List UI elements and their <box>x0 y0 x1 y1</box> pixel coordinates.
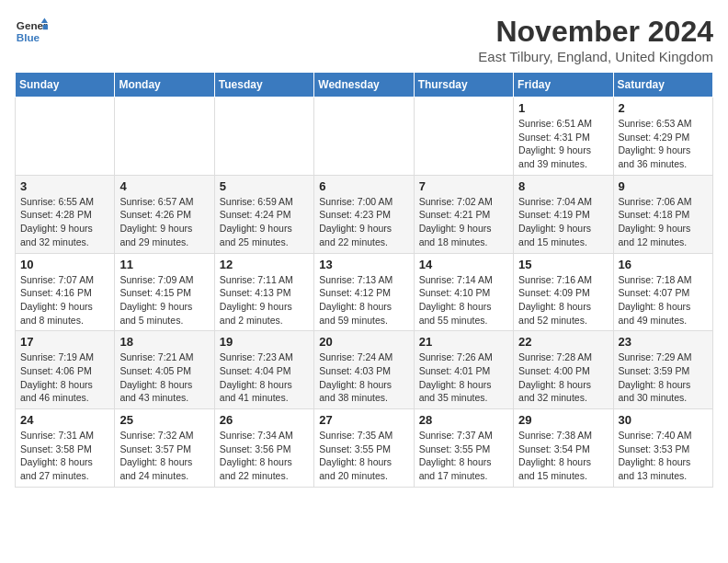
day-number: 21 <box>419 335 508 349</box>
day-number: 3 <box>20 179 109 193</box>
calendar-week-row: 1Sunrise: 6:51 AM Sunset: 4:31 PM Daylig… <box>16 98 713 176</box>
day-number: 18 <box>119 335 209 349</box>
day-detail: Sunrise: 7:21 AM Sunset: 4:05 PM Dayligh… <box>119 350 209 405</box>
day-detail: Sunrise: 6:57 AM Sunset: 4:26 PM Dayligh… <box>119 195 209 249</box>
calendar-cell: 23Sunrise: 7:29 AM Sunset: 3:59 PM Dayli… <box>613 331 712 409</box>
day-number: 9 <box>619 179 708 193</box>
title-area: November 2024 East Tilbury, England, Uni… <box>478 15 713 64</box>
day-number: 20 <box>319 335 408 349</box>
day-number: 29 <box>518 413 608 427</box>
day-detail: Sunrise: 7:32 AM Sunset: 3:57 PM Dayligh… <box>119 429 209 483</box>
calendar-cell: 25Sunrise: 7:32 AM Sunset: 3:57 PM Dayli… <box>115 409 214 488</box>
day-number: 13 <box>319 258 408 271</box>
day-number: 6 <box>319 179 408 193</box>
calendar-cell: 6Sunrise: 7:00 AM Sunset: 4:23 PM Daylig… <box>314 175 414 253</box>
page-header: General Blue November 2024 East Tilbury,… <box>15 15 713 64</box>
day-number: 12 <box>220 258 309 271</box>
calendar-cell: 16Sunrise: 7:18 AM Sunset: 4:07 PM Dayli… <box>613 253 712 331</box>
calendar-cell: 30Sunrise: 7:40 AM Sunset: 3:53 PM Dayli… <box>613 409 712 488</box>
day-number: 17 <box>20 335 109 349</box>
day-detail: Sunrise: 7:23 AM Sunset: 4:04 PM Dayligh… <box>220 350 309 405</box>
calendar-cell: 19Sunrise: 7:23 AM Sunset: 4:04 PM Dayli… <box>214 331 313 409</box>
calendar-cell: 4Sunrise: 6:57 AM Sunset: 4:26 PM Daylig… <box>115 175 214 253</box>
calendar-cell: 26Sunrise: 7:34 AM Sunset: 3:56 PM Dayli… <box>214 409 313 488</box>
svg-text:Blue: Blue <box>17 31 40 43</box>
day-number: 28 <box>419 413 508 427</box>
calendar-cell: 3Sunrise: 6:55 AM Sunset: 4:28 PM Daylig… <box>16 175 115 253</box>
column-header-wednesday: Wednesday <box>314 73 414 98</box>
calendar-cell <box>16 98 115 176</box>
day-number: 26 <box>220 413 309 427</box>
calendar-cell: 27Sunrise: 7:35 AM Sunset: 3:55 PM Dayli… <box>314 409 414 488</box>
column-header-friday: Friday <box>514 73 613 98</box>
day-detail: Sunrise: 7:34 AM Sunset: 3:56 PM Dayligh… <box>220 429 309 483</box>
column-header-sunday: Sunday <box>16 73 115 98</box>
day-detail: Sunrise: 7:18 AM Sunset: 4:07 PM Dayligh… <box>619 273 708 327</box>
day-number: 14 <box>419 258 508 271</box>
day-number: 4 <box>119 179 209 193</box>
calendar-cell: 9Sunrise: 7:06 AM Sunset: 4:18 PM Daylig… <box>613 175 712 253</box>
calendar-cell: 24Sunrise: 7:31 AM Sunset: 3:58 PM Dayli… <box>16 409 115 488</box>
day-detail: Sunrise: 7:13 AM Sunset: 4:12 PM Dayligh… <box>319 273 408 327</box>
day-number: 5 <box>220 179 309 193</box>
calendar-cell: 17Sunrise: 7:19 AM Sunset: 4:06 PM Dayli… <box>16 331 115 409</box>
day-detail: Sunrise: 6:53 AM Sunset: 4:29 PM Dayligh… <box>619 117 708 171</box>
day-number: 27 <box>319 413 408 427</box>
day-detail: Sunrise: 6:59 AM Sunset: 4:24 PM Dayligh… <box>220 195 309 249</box>
day-number: 7 <box>419 179 508 193</box>
day-detail: Sunrise: 7:14 AM Sunset: 4:10 PM Dayligh… <box>419 273 508 327</box>
day-detail: Sunrise: 7:11 AM Sunset: 4:13 PM Dayligh… <box>220 273 309 327</box>
day-detail: Sunrise: 7:35 AM Sunset: 3:55 PM Dayligh… <box>319 429 408 483</box>
day-number: 8 <box>518 179 608 193</box>
calendar-cell: 8Sunrise: 7:04 AM Sunset: 4:19 PM Daylig… <box>514 175 613 253</box>
day-number: 30 <box>619 413 708 427</box>
day-number: 22 <box>518 335 608 349</box>
day-number: 24 <box>20 413 109 427</box>
calendar-cell: 28Sunrise: 7:37 AM Sunset: 3:55 PM Dayli… <box>414 409 513 488</box>
day-detail: Sunrise: 7:31 AM Sunset: 3:58 PM Dayligh… <box>20 429 109 483</box>
calendar-cell: 22Sunrise: 7:28 AM Sunset: 4:00 PM Dayli… <box>514 331 613 409</box>
day-detail: Sunrise: 7:07 AM Sunset: 4:16 PM Dayligh… <box>20 273 109 327</box>
calendar-cell: 20Sunrise: 7:24 AM Sunset: 4:03 PM Dayli… <box>314 331 414 409</box>
day-detail: Sunrise: 6:55 AM Sunset: 4:28 PM Dayligh… <box>20 195 109 249</box>
calendar-cell <box>214 98 313 176</box>
calendar-week-row: 3Sunrise: 6:55 AM Sunset: 4:28 PM Daylig… <box>16 175 713 253</box>
calendar-week-row: 24Sunrise: 7:31 AM Sunset: 3:58 PM Dayli… <box>16 409 713 488</box>
calendar-cell: 11Sunrise: 7:09 AM Sunset: 4:15 PM Dayli… <box>115 253 214 331</box>
day-detail: Sunrise: 6:51 AM Sunset: 4:31 PM Dayligh… <box>518 117 608 171</box>
day-number: 25 <box>119 413 209 427</box>
calendar-cell <box>414 98 513 176</box>
calendar-cell <box>115 98 214 176</box>
calendar-cell: 1Sunrise: 6:51 AM Sunset: 4:31 PM Daylig… <box>514 98 613 176</box>
calendar-cell <box>314 98 414 176</box>
day-detail: Sunrise: 7:06 AM Sunset: 4:18 PM Dayligh… <box>619 195 708 249</box>
day-number: 19 <box>220 335 309 349</box>
logo: General Blue <box>15 15 48 48</box>
calendar-cell: 29Sunrise: 7:38 AM Sunset: 3:54 PM Dayli… <box>514 409 613 488</box>
month-title: November 2024 <box>478 15 713 49</box>
day-detail: Sunrise: 7:28 AM Sunset: 4:00 PM Dayligh… <box>518 350 608 405</box>
calendar-cell: 18Sunrise: 7:21 AM Sunset: 4:05 PM Dayli… <box>115 331 214 409</box>
day-number: 23 <box>619 335 708 349</box>
calendar-cell: 2Sunrise: 6:53 AM Sunset: 4:29 PM Daylig… <box>613 98 712 176</box>
calendar-header-row: SundayMondayTuesdayWednesdayThursdayFrid… <box>16 73 713 98</box>
column-header-tuesday: Tuesday <box>214 73 313 98</box>
calendar-cell: 12Sunrise: 7:11 AM Sunset: 4:13 PM Dayli… <box>214 253 313 331</box>
calendar-cell: 10Sunrise: 7:07 AM Sunset: 4:16 PM Dayli… <box>16 253 115 331</box>
day-number: 10 <box>20 258 109 271</box>
day-number: 11 <box>119 258 209 271</box>
day-detail: Sunrise: 7:38 AM Sunset: 3:54 PM Dayligh… <box>518 429 608 483</box>
calendar-cell: 14Sunrise: 7:14 AM Sunset: 4:10 PM Dayli… <box>414 253 513 331</box>
day-detail: Sunrise: 7:04 AM Sunset: 4:19 PM Dayligh… <box>518 195 608 249</box>
location-title: East Tilbury, England, United Kingdom <box>478 49 713 64</box>
day-detail: Sunrise: 7:24 AM Sunset: 4:03 PM Dayligh… <box>319 350 408 405</box>
calendar-cell: 5Sunrise: 6:59 AM Sunset: 4:24 PM Daylig… <box>214 175 313 253</box>
column-header-thursday: Thursday <box>414 73 513 98</box>
calendar-week-row: 17Sunrise: 7:19 AM Sunset: 4:06 PM Dayli… <box>16 331 713 409</box>
day-detail: Sunrise: 7:26 AM Sunset: 4:01 PM Dayligh… <box>419 350 508 405</box>
calendar-table: SundayMondayTuesdayWednesdayThursdayFrid… <box>15 72 713 488</box>
calendar-cell: 7Sunrise: 7:02 AM Sunset: 4:21 PM Daylig… <box>414 175 513 253</box>
day-detail: Sunrise: 7:29 AM Sunset: 3:59 PM Dayligh… <box>619 350 708 405</box>
column-header-monday: Monday <box>115 73 214 98</box>
day-detail: Sunrise: 7:40 AM Sunset: 3:53 PM Dayligh… <box>619 429 708 483</box>
